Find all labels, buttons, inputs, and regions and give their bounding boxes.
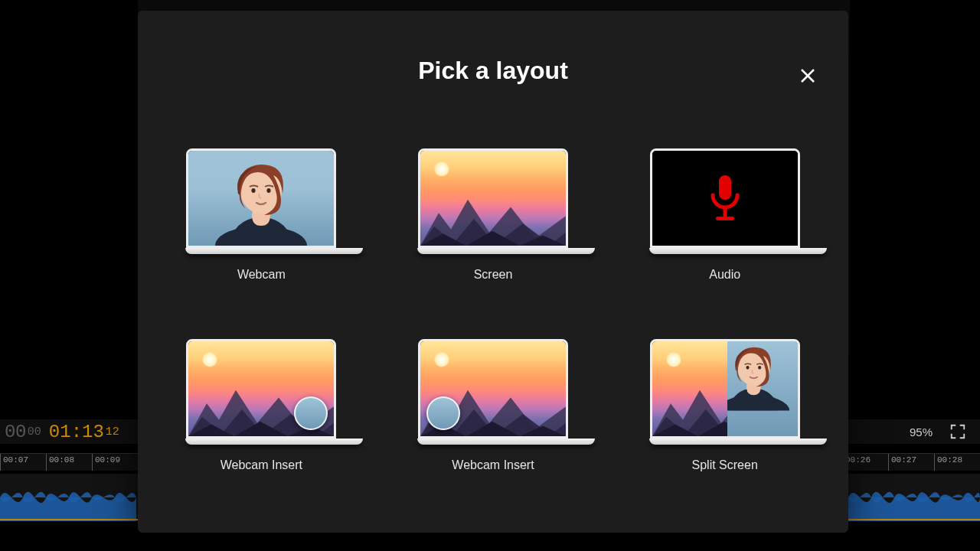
layout-option-webcam[interactable]: Webcam [168, 148, 354, 282]
person-icon [207, 155, 315, 246]
close-icon [799, 67, 817, 85]
layout-label: Webcam [237, 268, 286, 282]
fullscreen-button[interactable] [946, 419, 969, 444]
layout-option-screen[interactable]: Screen [400, 148, 586, 282]
app-root: 00 00 01:13 12 95% 00:07 00:08 00:09 00:… [0, 0, 980, 551]
modal-title: Pick a layout [138, 57, 848, 85]
layout-grid: Webcam Screen [168, 148, 818, 472]
pip-overlay [426, 396, 460, 430]
zoom-level[interactable]: 95% [910, 419, 933, 444]
laptop-thumb [417, 339, 569, 445]
svg-rect-10 [716, 217, 734, 220]
layout-picker-modal: Pick a layout Webcam [138, 11, 848, 533]
ruler-tick: 00:09 [92, 454, 138, 471]
pip-overlay [294, 396, 328, 430]
laptop-thumb [185, 148, 337, 254]
layout-option-webcam-insert-right[interactable]: Webcam Insert [168, 339, 354, 472]
laptop-thumb [185, 339, 337, 445]
mountains-icon [420, 194, 566, 246]
ruler-tick: 00:27 [888, 454, 934, 471]
layout-option-split-screen[interactable]: Split Screen [632, 339, 818, 472]
laptop-thumb [417, 148, 569, 254]
layout-option-webcam-insert-left[interactable]: Webcam Insert [400, 339, 586, 472]
layout-option-audio[interactable]: Audio [632, 148, 818, 282]
layout-label: Audio [709, 268, 740, 282]
current-frames: 00 [28, 425, 41, 439]
current-time: 00 [5, 422, 26, 442]
total-frames: 12 [106, 425, 119, 439]
layout-label: Webcam Insert [220, 458, 302, 472]
fullscreen-icon [949, 423, 966, 440]
laptop-thumb [649, 339, 801, 445]
layout-label: Screen [474, 268, 513, 282]
close-button[interactable] [796, 64, 819, 87]
ruler-tick: 00:08 [46, 454, 92, 471]
ruler-tick: 00:26 [842, 454, 888, 471]
laptop-thumb [649, 148, 801, 254]
svg-rect-9 [723, 207, 727, 217]
total-time: 01:13 [49, 422, 104, 442]
ruler-tick: 00:28 [934, 454, 980, 471]
ruler-tick: 00:07 [0, 454, 46, 471]
layout-label: Split Screen [692, 458, 758, 472]
split-overlay [727, 341, 797, 436]
microphone-icon [705, 174, 745, 223]
layout-label: Webcam Insert [452, 458, 534, 472]
svg-rect-8 [719, 175, 731, 200]
